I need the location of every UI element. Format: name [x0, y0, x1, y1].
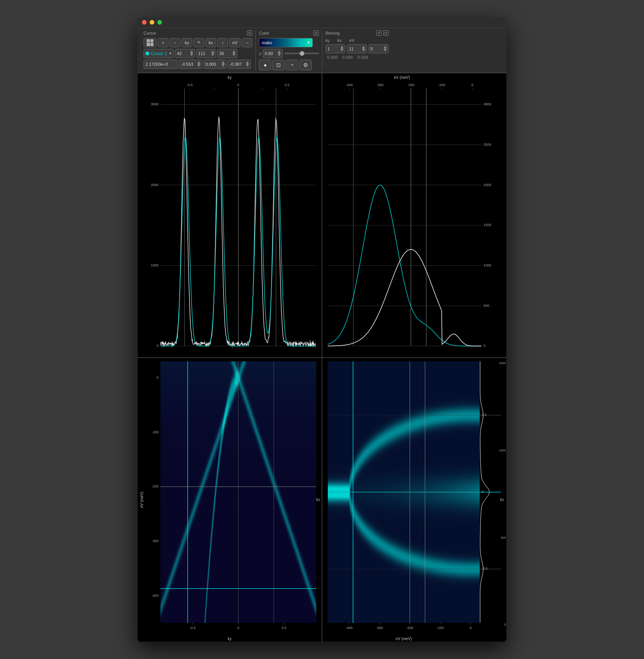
binning-ev-up[interactable] — [384, 46, 387, 48]
binning-computed-kx: 0.088 — [342, 55, 353, 60]
cursor-val1[interactable]: 2.17200e+3 — [143, 60, 178, 69]
cursor-index2[interactable]: 111 — [196, 49, 216, 58]
binning-label-ev: eV — [349, 38, 354, 43]
binning-section: Binning ↺ ⊡ ky kx eV 1 — [322, 30, 392, 70]
binning-kx-down[interactable] — [362, 49, 365, 52]
binning-kx-input[interactable]: 11 — [347, 44, 367, 53]
leftright-button[interactable]: ↔ — [242, 38, 252, 47]
color-section-header: Color ⊡ — [259, 30, 319, 36]
binning-computed-ev: 0.009 — [357, 55, 368, 60]
kx-button[interactable]: kx — [205, 38, 216, 47]
cursor-selector[interactable]: Cursor 1 ▼ — [143, 49, 174, 58]
binning-inputs-row: 1 11 5 — [325, 44, 389, 53]
binning-labels: ky kx eV — [325, 38, 389, 43]
cursor-section-header: Cursor ⊡ — [143, 30, 252, 36]
gamma-row: γ 0.50 — [259, 49, 319, 58]
binning-ev-down[interactable] — [384, 49, 387, 52]
cursor-color-dot — [145, 52, 149, 55]
colormap-name: mako — [262, 40, 272, 45]
add-cursor-button[interactable]: + — [158, 38, 169, 47]
binning-ky-input[interactable]: 1 — [325, 44, 345, 53]
gamma-slider[interactable] — [284, 53, 319, 54]
ky-button[interactable]: ky — [182, 38, 192, 47]
colormap-row: mako ▼ — [259, 38, 319, 47]
binning-label-kx: kx — [337, 38, 342, 43]
val4-up[interactable] — [246, 61, 249, 64]
cursor-row3: 2.17200e+3 -0.553 0.000 — [143, 60, 252, 69]
cursor-index1[interactable]: 42 — [175, 49, 195, 58]
index3-down[interactable] — [232, 53, 235, 56]
index1-down[interactable] — [190, 53, 193, 56]
invert-icon-button[interactable]: ● — [259, 60, 271, 70]
binning-ev-input[interactable]: 5 — [369, 44, 389, 53]
gamma-input[interactable]: 0.50 — [263, 49, 283, 58]
gamma-up[interactable] — [278, 50, 281, 53]
cursor-section-label: Cursor — [143, 31, 156, 35]
cursor-section: Cursor ⊡ + − ky ↖ kx ↕ eV ↔ — [140, 30, 256, 70]
main-window: Cursor ⊡ + − ky ↖ kx ↕ eV ↔ — [137, 17, 507, 642]
color-section: Color ⊡ mako ▼ γ 0.50 — [256, 30, 322, 70]
binning-computed-ky: 0.008 — [327, 55, 338, 60]
binning-ky-down[interactable] — [340, 49, 344, 52]
normalize-icon-button[interactable]: ⊡ — [272, 60, 285, 70]
cursor-expand-icon[interactable]: ⊡ — [247, 30, 252, 36]
binning-kx-up[interactable] — [362, 46, 365, 48]
settings-icon-button[interactable]: ⚙ — [299, 60, 312, 70]
index3-up[interactable] — [232, 50, 235, 53]
index2-up[interactable] — [211, 50, 214, 53]
main-canvas[interactable] — [137, 73, 507, 642]
gamma-label: γ — [259, 51, 261, 56]
colormap-selector[interactable]: mako ▼ — [259, 38, 313, 47]
cursor-index3[interactable]: 35 — [217, 49, 237, 58]
diagonal-button[interactable]: ↖ — [194, 38, 204, 47]
remove-cursor-button[interactable]: − — [170, 38, 180, 47]
cursor-row2: Cursor 1 ▼ 42 111 — [143, 49, 252, 58]
close-button[interactable] — [142, 20, 147, 25]
minimize-button[interactable] — [150, 20, 154, 25]
val2-up[interactable] — [197, 61, 200, 64]
toolbar: Cursor ⊡ + − ky ↖ kx ↕ eV ↔ — [137, 28, 507, 73]
ev-button[interactable]: eV — [229, 38, 240, 47]
binning-label-ky: ky — [325, 38, 330, 43]
binning-computed-values: 0.008 0.088 0.009 — [325, 55, 389, 60]
index1-up[interactable] — [190, 50, 193, 53]
index2-down[interactable] — [211, 53, 214, 56]
gamma-slider-thumb[interactable] — [300, 51, 304, 56]
traffic-lights — [142, 20, 162, 25]
binning-expand-icon[interactable]: ⊡ — [383, 30, 389, 36]
val3-up[interactable] — [222, 61, 225, 64]
updown-button[interactable]: ↕ — [217, 38, 228, 47]
divide-icon-button[interactable]: ÷ — [286, 60, 298, 70]
cursor-val4[interactable]: -0.387 — [228, 60, 251, 69]
cursor-dropdown-arrow: ▼ — [169, 52, 172, 55]
val3-down[interactable] — [222, 64, 225, 67]
binning-refresh-icon[interactable]: ↺ — [376, 30, 382, 36]
binning-ky-up[interactable] — [340, 46, 344, 48]
color-section-label: Color — [259, 31, 269, 35]
colormap-dropdown-arrow: ▼ — [307, 41, 310, 45]
grid-button[interactable] — [143, 38, 157, 47]
cursor-name: Cursor 1 — [151, 51, 167, 56]
cursor-val2[interactable]: -0.553 — [179, 60, 202, 69]
color-expand-icon[interactable]: ⊡ — [314, 30, 319, 36]
cursor-button-row1: + − ky ↖ kx ↕ eV ↔ — [143, 38, 252, 47]
plot-area — [137, 73, 507, 642]
titlebar — [137, 17, 507, 28]
gamma-down[interactable] — [278, 53, 281, 56]
binning-section-label: Binning — [325, 31, 340, 35]
val2-down[interactable] — [197, 64, 200, 67]
maximize-button[interactable] — [157, 20, 162, 25]
cursor-val3[interactable]: 0.000 — [204, 60, 227, 69]
val4-down[interactable] — [246, 64, 249, 67]
color-icons-row: ● ⊡ ÷ ⚙ — [259, 60, 319, 70]
binning-section-header: Binning ↺ ⊡ — [325, 30, 389, 36]
